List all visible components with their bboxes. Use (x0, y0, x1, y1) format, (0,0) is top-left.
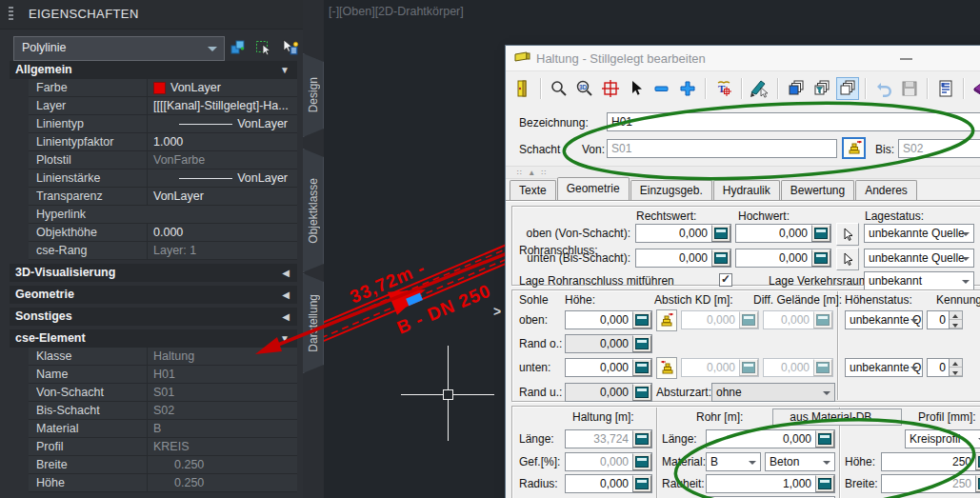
row-material[interactable]: Material B (29, 420, 297, 438)
row-name[interactable]: Name H01 (29, 366, 297, 384)
sohle-unten-abstich-field[interactable]: 0,000 (681, 358, 759, 377)
row-breite[interactable]: Breite 0.250 (29, 456, 297, 474)
verkehrsraum-select[interactable]: unbekannt (864, 271, 974, 290)
calculator-button[interactable] (811, 225, 830, 242)
unten-pick-button[interactable] (836, 248, 859, 270)
copy-stack-filter-icon[interactable] (810, 77, 833, 100)
sohle-unten-apply-button[interactable] (656, 357, 677, 379)
material-name-select[interactable]: Beton (765, 452, 835, 471)
profil-hoehe-field[interactable]: 250 (881, 452, 980, 471)
calculator-button[interactable] (632, 359, 651, 376)
oben-pick-button[interactable] (836, 223, 859, 246)
text-position-icon[interactable]: T (712, 77, 735, 100)
plus-icon[interactable] (676, 77, 699, 100)
row-transparenz[interactable]: Transparenz VonLayer (29, 188, 297, 206)
sohle-oben-diff-field[interactable]: 0,000 (763, 310, 833, 329)
section-3d-visualisierung[interactable]: 3D-Visualisierung ◀ (10, 264, 297, 282)
calculator-button[interactable] (711, 225, 730, 242)
pickadd-toggle-icon[interactable] (226, 36, 250, 59)
row-hyperlink[interactable]: Hyperlink (29, 206, 297, 224)
tab-darstellung[interactable]: Darstellung (303, 273, 324, 373)
rand-o-field[interactable]: 0,000 (565, 334, 652, 353)
row-farbe[interactable]: Farbe VonLayer (29, 79, 297, 97)
calculator-button[interactable] (815, 475, 834, 492)
calculator-button[interactable] (975, 453, 980, 470)
section-cse-element[interactable]: cse-Element ▼ (10, 329, 297, 348)
quick-select-icon[interactable] (277, 36, 301, 59)
sohle-unten-status-select[interactable]: unbekannte Que (845, 358, 923, 377)
radius-field[interactable]: 0,000 (565, 474, 652, 493)
section-sonstiges[interactable]: Sonstiges ◀ (10, 308, 297, 326)
sohle-unten-diff-field[interactable]: 0,000 (763, 358, 833, 377)
row-profil[interactable]: Profil KREIS (29, 438, 297, 456)
minimize-icon[interactable] (900, 58, 912, 60)
calculator-button[interactable] (815, 430, 834, 448)
schacht-swap-button[interactable] (842, 137, 866, 159)
select-objects-icon[interactable] (251, 36, 275, 59)
von-schacht-input[interactable]: S01 (607, 139, 837, 158)
edit-pen-icon[interactable] (749, 77, 771, 100)
unten-lagestatus-select[interactable]: unbekannte Quelle (864, 249, 974, 268)
unten-hochwert-field[interactable]: 0,000 (735, 249, 831, 268)
oben-hochwert-field[interactable]: 0,000 (735, 224, 831, 243)
palette-grip[interactable] (9, 7, 13, 22)
zoom-icon[interactable] (548, 77, 570, 100)
bis-schacht-input[interactable]: S02 (898, 139, 980, 158)
dialog-titlebar[interactable]: Haltung - Stillgelegt bearbeiten (506, 46, 980, 71)
gef-field[interactable]: 0,000 (565, 452, 652, 471)
calculator-button[interactable] (632, 335, 651, 352)
absturzart-select[interactable]: ohne (711, 383, 835, 402)
zoom-3d-icon[interactable]: 3D (573, 77, 596, 100)
profil-select[interactable]: Kreisprofil (905, 429, 980, 448)
row-plotstil[interactable]: Plotstil VonFarbe (29, 151, 297, 169)
report-icon[interactable] (934, 77, 957, 100)
bezeichnung-input[interactable]: H01 (607, 112, 980, 131)
copy-stack-blue-icon[interactable] (785, 77, 808, 100)
mitfuehren-checkbox[interactable] (719, 273, 732, 287)
minus-icon[interactable] (650, 77, 673, 100)
material-db-button[interactable]: aus Material-DB ... (772, 408, 902, 426)
oben-lagestatus-select[interactable]: unbekannte Quelle (864, 224, 974, 243)
sohle-oben-apply-button[interactable] (656, 309, 677, 331)
sohle-oben-status-select[interactable]: unbekannte Que (845, 310, 923, 329)
select-arrow-icon[interactable] (625, 77, 648, 100)
row-klasse[interactable]: Klasse Haltung (29, 348, 297, 366)
center-target-icon[interactable] (599, 77, 622, 100)
calculator-button[interactable] (632, 430, 651, 448)
tab-texte[interactable]: Texte (510, 180, 556, 200)
sohle-unten-hoehe-field[interactable]: 0,000 (565, 358, 652, 377)
unten-rechtswert-field[interactable]: 0,000 (635, 249, 731, 268)
calculator-button[interactable] (811, 249, 830, 267)
object-type-select[interactable]: Polylinie (13, 36, 225, 61)
exit-door-icon[interactable] (511, 77, 534, 100)
calculator-button[interactable] (632, 453, 651, 470)
copy-stack-white-icon[interactable] (836, 77, 859, 100)
save-icon[interactable] (898, 77, 921, 100)
sohle-oben-kennung-spinner[interactable]: 0 (927, 310, 963, 329)
palette-titlebar[interactable]: EIGENSCHAFTEN (0, 0, 303, 30)
sohle-oben-hoehe-field[interactable]: 0,000 (565, 310, 652, 329)
profil-breite-field[interactable]: 250 (881, 474, 980, 493)
sohle-unten-kennung-spinner[interactable]: 0 (927, 358, 963, 377)
row-hoehe[interactable]: Höhe 0.250 (29, 474, 297, 492)
help-book-icon[interactable]: ? (970, 77, 980, 100)
tab-bewertung[interactable]: Bewertung (781, 180, 854, 200)
tab-anderes[interactable]: Anderes (855, 180, 917, 200)
calculator-button[interactable] (632, 475, 651, 492)
panel-expand-marker[interactable]: > (493, 304, 501, 319)
row-objekthoehe[interactable]: Objekthöhe 0.000 (29, 224, 297, 242)
oben-rechtswert-field[interactable]: 0,000 (635, 224, 731, 243)
undo-icon[interactable] (872, 77, 895, 100)
row-bis-schacht[interactable]: Bis-Schacht S02 (29, 402, 297, 420)
calculator-button[interactable] (632, 311, 651, 329)
row-von-schacht[interactable]: Von-Schacht S01 (29, 384, 297, 402)
section-allgemein[interactable]: Allgemein ▼ (10, 61, 297, 79)
tab-einzugsgeb[interactable]: Einzugsgeb. (630, 180, 712, 200)
row-cse-rang[interactable]: cse-Rang Layer: 1 (29, 242, 297, 260)
calculator-button[interactable] (975, 475, 980, 492)
tab-objektklasse[interactable]: Objektklasse (303, 149, 324, 272)
tab-hydraulik[interactable]: Hydraulik (713, 180, 780, 200)
viewport-controls[interactable]: [-][Oben][2D-Drahtkörper] (329, 5, 464, 18)
section-geometrie[interactable]: Geometrie ◀ (10, 286, 297, 304)
sohle-oben-abstich-field[interactable]: 0,000 (681, 310, 759, 329)
